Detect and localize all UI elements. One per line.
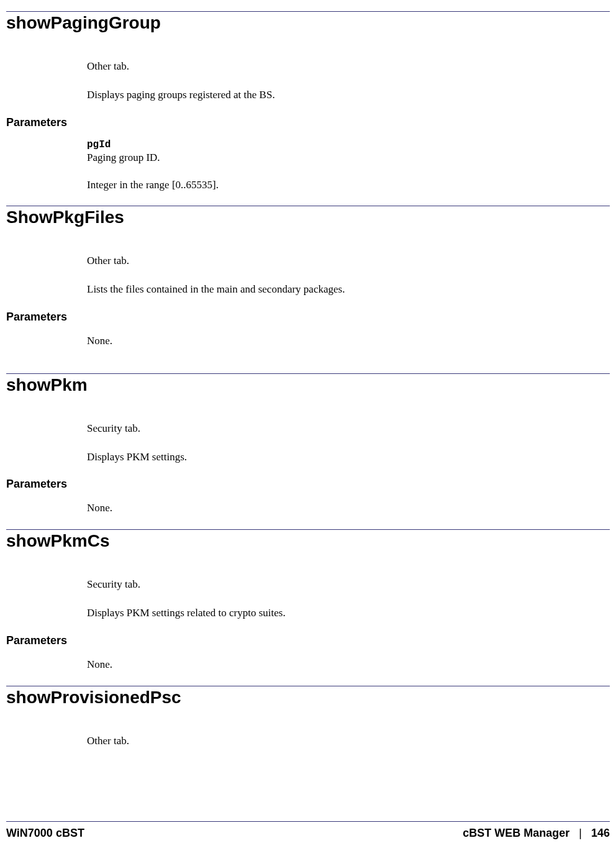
body-text: Security tab.: [87, 421, 610, 436]
section-heading-showpkmcs: showPkmCs: [6, 529, 610, 551]
section-heading-showprovisionedpsc: showProvisionedPsc: [6, 686, 610, 708]
footer-separator: |: [579, 827, 582, 839]
parameters-block: pgId Paging group ID. Integer in the ran…: [87, 139, 610, 193]
section-body: Other tab. Lists the files contained in …: [87, 253, 610, 297]
param-desc: Paging group ID.: [87, 152, 610, 164]
page-content: showPagingGroup Other tab. Displays pagi…: [0, 0, 616, 748]
section-body: Security tab. Displays PKM settings rela…: [87, 577, 610, 621]
section-body: Security tab. Displays PKM settings.: [87, 421, 610, 465]
parameters-label: Parameters: [6, 116, 610, 129]
footer-section-name: cBST WEB Manager: [463, 827, 569, 839]
body-text: Lists the files contained in the main an…: [87, 282, 610, 297]
body-text: Security tab.: [87, 577, 610, 592]
body-text: Displays paging groups registered at the…: [87, 88, 610, 102]
section-heading-showpkgfiles: ShowPkgFiles: [6, 206, 610, 227]
section-body: Other tab. Displays paging groups regist…: [87, 59, 610, 102]
parameters-label: Parameters: [6, 478, 610, 491]
parameters-block: None.: [87, 501, 610, 516]
body-text: Other tab.: [87, 253, 610, 268]
body-text: Other tab.: [87, 59, 610, 74]
body-text: Other tab.: [87, 734, 610, 749]
footer-page-number: 146: [591, 827, 610, 839]
parameters-block: None.: [87, 334, 610, 348]
body-text: Displays PKM settings related to crypto …: [87, 606, 610, 621]
parameters-label: Parameters: [6, 311, 610, 324]
footer-left-text: WiN7000 cBST: [6, 827, 84, 840]
body-text: None.: [87, 657, 610, 672]
param-name-pgid: pgId: [87, 139, 610, 150]
section-body: Other tab.: [87, 734, 610, 749]
body-text: Displays PKM settings.: [87, 450, 610, 465]
footer-right: cBST WEB Manager | 146: [463, 827, 610, 840]
body-text: None.: [87, 501, 610, 516]
section-heading-showpkm: showPkm: [6, 373, 610, 395]
section-heading-showpaginggroup: showPagingGroup: [6, 11, 610, 33]
parameters-label: Parameters: [6, 634, 610, 647]
body-text: Integer in the range [0..65535].: [87, 178, 610, 193]
body-text: None.: [87, 334, 610, 348]
parameters-block: None.: [87, 657, 610, 672]
page-footer: WiN7000 cBST cBST WEB Manager | 146: [6, 821, 610, 840]
